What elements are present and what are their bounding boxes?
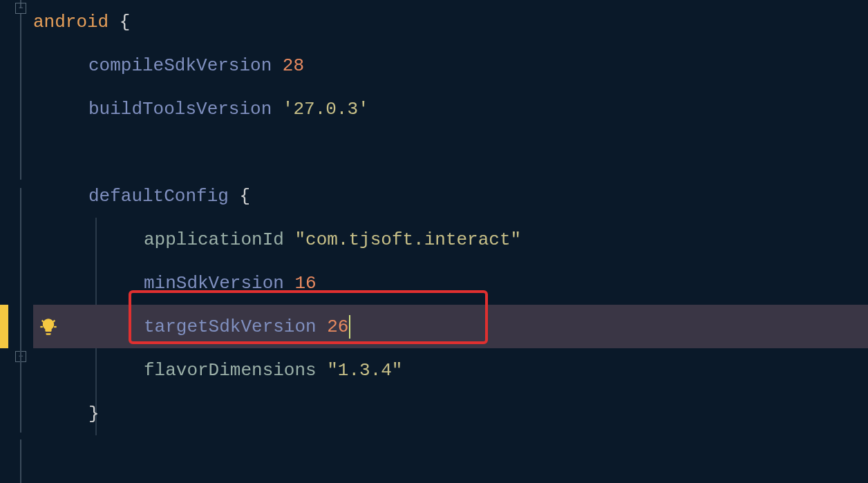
space [284,229,295,250]
code-line-empty[interactable] [33,435,868,479]
bulb-icon[interactable] [39,317,58,337]
code-line[interactable]: buildToolsVersion '27.0.3' [33,87,868,131]
prop-defaultConfig: defaultConfig [88,186,229,207]
prop-targetSdkVersion: targetSdkVersion [144,316,317,337]
value-applicationId: "com.tjsoft.interact" [294,229,521,250]
code-line[interactable]: defaultConfig { [33,174,868,218]
code-editor[interactable]: android { compileSdkVersion 28 buildTool… [33,0,868,483]
svg-line-3 [53,320,55,321]
space [317,316,328,337]
space [272,55,283,76]
keyword-android: android [33,12,108,32]
space [272,99,283,120]
value-targetSdk: 26 [327,316,348,337]
space [284,273,295,294]
fold-marker-icon[interactable] [15,3,26,14]
prop-applicationId: applicationId [144,229,284,250]
brace-close: } [88,404,100,424]
prop-buildToolsVersion: buildToolsVersion [88,99,272,120]
code-line[interactable]: minSdkVersion 16 [33,261,868,305]
prop-compileSdkVersion: compileSdkVersion [88,55,272,76]
value-compileSdk: 28 [283,55,304,76]
change-marker-icon [0,305,8,348]
value-minSdk: 16 [294,273,316,294]
code-line[interactable]: flavorDimensions "1.3.4" [33,348,868,392]
code-line[interactable]: compileSdkVersion 28 [33,44,868,87]
space [108,12,120,32]
text-cursor-icon [349,315,350,339]
brace-open: { [120,12,131,32]
value-flavorDimensions: "1.3.4" [327,360,402,381]
space [229,186,240,207]
brace-open: { [239,186,250,207]
code-line[interactable]: android { [33,0,868,44]
editor-gutter [0,0,33,483]
value-buildTools: '27.0.3' [283,99,369,120]
code-line[interactable]: applicationId "com.tjsoft.interact" [33,218,868,261]
space [317,360,328,381]
code-line-empty[interactable] [33,131,868,174]
code-line[interactable]: } [33,392,868,435]
svg-line-2 [42,320,44,321]
prop-flavorDimensions: flavorDimensions [144,360,317,381]
prop-minSdkVersion: minSdkVersion [144,273,284,294]
code-line-highlighted[interactable]: targetSdkVersion 26 [33,305,868,348]
